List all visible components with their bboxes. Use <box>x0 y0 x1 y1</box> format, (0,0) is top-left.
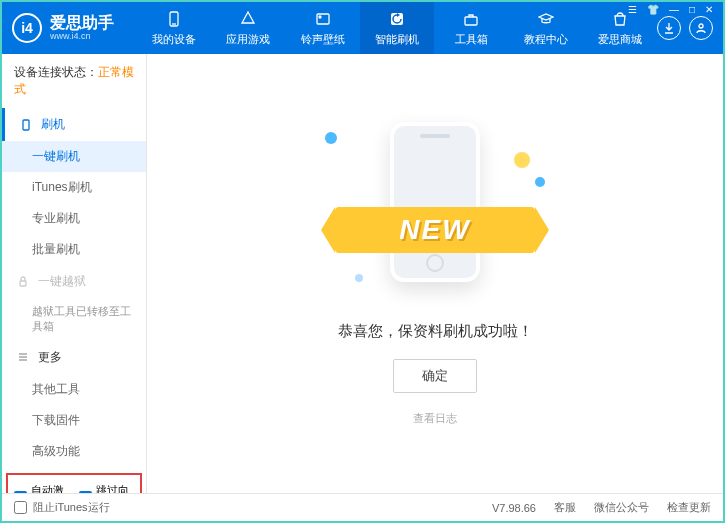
minimize-icon[interactable]: — <box>667 4 681 15</box>
svg-rect-8 <box>20 281 26 286</box>
close-icon[interactable]: ✕ <box>703 4 715 15</box>
check-update-link[interactable]: 检查更新 <box>667 500 711 515</box>
jailbreak-note: 越狱工具已转移至工具箱 <box>2 298 146 341</box>
window-controls: ☰ 👕 — □ ✕ <box>626 4 715 15</box>
sidebar-item-other-tools[interactable]: 其他工具 <box>2 374 146 405</box>
checkbox-label: 阻止iTunes运行 <box>33 500 110 515</box>
sidebar-label: 刷机 <box>41 116 65 133</box>
main-panel: NEW 恭喜您，保资料刷机成功啦！ 确定 查看日志 <box>147 54 723 493</box>
user-icon[interactable] <box>689 16 713 40</box>
stop-itunes-checkbox[interactable]: 阻止iTunes运行 <box>14 500 110 515</box>
sidebar: 设备连接状态：正常模式 刷机 一键刷机 iTunes刷机 专业刷机 批量刷机 一… <box>2 54 147 493</box>
list-icon <box>16 350 30 364</box>
success-message: 恭喜您，保资料刷机成功啦！ <box>338 322 533 341</box>
graduation-icon <box>537 10 555 28</box>
sidebar-item-advanced[interactable]: 高级功能 <box>2 436 146 467</box>
nav-label: 铃声壁纸 <box>301 32 345 47</box>
menu-icon[interactable]: ☰ <box>626 4 639 15</box>
svg-rect-7 <box>23 120 29 130</box>
nav-smart-flash[interactable]: 智能刷机 <box>360 2 434 54</box>
svg-point-6 <box>699 24 703 28</box>
nav-label: 应用游戏 <box>226 32 270 47</box>
download-icon[interactable] <box>657 16 681 40</box>
nav-ringtones[interactable]: 铃声壁纸 <box>286 2 360 54</box>
connection-status: 设备连接状态：正常模式 <box>2 54 146 108</box>
title-bar: i4 爱思助手 www.i4.cn 我的设备 应用游戏 <box>2 2 723 54</box>
apps-icon <box>239 10 257 28</box>
nav-label: 智能刷机 <box>375 32 419 47</box>
svg-rect-2 <box>317 14 329 24</box>
wallpaper-icon <box>314 10 332 28</box>
sidebar-item-oneclick[interactable]: 一键刷机 <box>2 141 146 172</box>
top-nav: 我的设备 应用游戏 铃声壁纸 智能刷机 <box>137 2 657 54</box>
sidebar-label: 更多 <box>38 349 62 366</box>
phone-icon <box>19 118 33 132</box>
logo-icon: i4 <box>12 13 42 43</box>
nav-my-device[interactable]: 我的设备 <box>137 2 211 54</box>
maximize-icon[interactable]: □ <box>687 4 697 15</box>
logo: i4 爱思助手 www.i4.cn <box>12 13 137 43</box>
sidebar-flash-header[interactable]: 刷机 <box>2 108 146 141</box>
customer-service-link[interactable]: 客服 <box>554 500 576 515</box>
nav-label: 教程中心 <box>524 32 568 47</box>
footer: 阻止iTunes运行 V7.98.66 客服 微信公众号 检查更新 <box>2 493 723 521</box>
sidebar-item-pro[interactable]: 专业刷机 <box>2 203 146 234</box>
sidebar-item-itunes[interactable]: iTunes刷机 <box>2 172 146 203</box>
success-illustration: NEW <box>325 122 545 292</box>
nav-label: 爱思商城 <box>598 32 642 47</box>
app-name: 爱思助手 <box>50 15 114 31</box>
title-right <box>657 16 713 40</box>
confirm-button[interactable]: 确定 <box>393 359 477 393</box>
checkbox-input[interactable] <box>14 501 27 514</box>
sidebar-jailbreak-header[interactable]: 一键越狱 <box>2 265 146 298</box>
wechat-link[interactable]: 微信公众号 <box>594 500 649 515</box>
phone-illustration <box>390 122 480 282</box>
version-label: V7.98.66 <box>492 502 536 514</box>
nav-toolbox[interactable]: 工具箱 <box>434 2 508 54</box>
new-ribbon: NEW <box>335 207 535 253</box>
skip-setup-checkbox[interactable]: 跳过向导 <box>79 483 134 493</box>
view-log-link[interactable]: 查看日志 <box>413 411 457 426</box>
app-site: www.i4.cn <box>50 31 114 41</box>
lock-icon <box>16 275 30 289</box>
phone-icon <box>165 10 183 28</box>
auto-activate-checkbox[interactable]: 自动激活 <box>14 483 69 493</box>
skin-icon[interactable]: 👕 <box>645 4 661 15</box>
nav-label: 工具箱 <box>455 32 488 47</box>
toolbox-icon <box>462 10 480 28</box>
options-box: 自动激活 跳过向导 <box>6 473 142 493</box>
status-label: 设备连接状态： <box>14 65 98 79</box>
app-window: ☰ 👕 — □ ✕ i4 爱思助手 www.i4.cn 我的设备 <box>0 0 725 523</box>
checkbox-label: 跳过向导 <box>96 483 134 493</box>
app-body: 设备连接状态：正常模式 刷机 一键刷机 iTunes刷机 专业刷机 批量刷机 一… <box>2 54 723 493</box>
refresh-icon <box>388 10 406 28</box>
nav-label: 我的设备 <box>152 32 196 47</box>
sidebar-item-download-fw[interactable]: 下载固件 <box>2 405 146 436</box>
svg-point-3 <box>319 16 321 18</box>
nav-apps[interactable]: 应用游戏 <box>211 2 285 54</box>
sidebar-more-header[interactable]: 更多 <box>2 341 146 374</box>
ribbon-text: NEW <box>399 214 470 246</box>
checkbox-label: 自动激活 <box>31 483 69 493</box>
sidebar-item-batch[interactable]: 批量刷机 <box>2 234 146 265</box>
sidebar-label: 一键越狱 <box>38 273 86 290</box>
nav-tutorial[interactable]: 教程中心 <box>508 2 582 54</box>
svg-rect-5 <box>465 17 477 25</box>
